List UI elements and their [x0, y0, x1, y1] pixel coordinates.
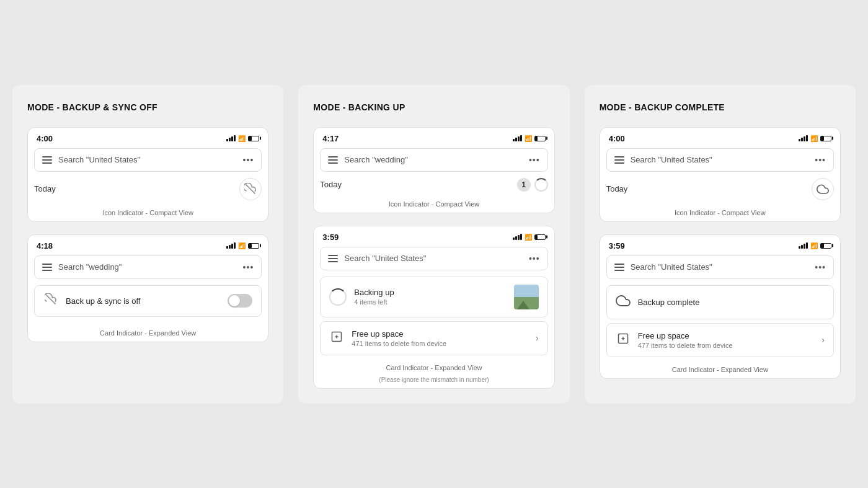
free-up-icon-3 — [616, 332, 631, 348]
status-icons-1-compact: 📶 — [226, 135, 259, 142]
badge-count: 1 — [517, 178, 531, 192]
search-bar-2-compact[interactable]: Search "wedding" ••• — [320, 148, 547, 172]
section-bar-1-compact: Today — [34, 178, 262, 200]
hamburger-icon-5 — [614, 156, 624, 164]
battery-icon-4 — [534, 234, 546, 240]
panel-3-compact-mockup: 4:00 📶 — [600, 127, 841, 222]
signal-icon-5 — [799, 135, 808, 141]
backing-up-sub: 4 items left — [354, 298, 506, 306]
signal-icon-6 — [799, 242, 808, 249]
backing-up-title: Backing up — [354, 288, 506, 297]
signal-icon-4 — [513, 234, 522, 240]
section-label-1-compact: Today — [34, 184, 56, 193]
more-dots-icon[interactable]: ••• — [243, 155, 254, 165]
backing-up-spinner — [329, 288, 347, 306]
search-text-2-compact: Search "wedding" — [344, 155, 523, 164]
status-bar-1-expanded: 4:18 📶 — [28, 235, 268, 255]
status-icons-1-expanded: 📶 — [226, 242, 259, 249]
backup-complete-cloud-icon — [616, 293, 631, 311]
cloud-off-indicator — [239, 178, 262, 200]
hamburger-icon-6 — [614, 264, 624, 271]
wifi-icon-4: 📶 — [525, 234, 532, 241]
wifi-icon: 📶 — [238, 135, 246, 142]
wifi-icon-6: 📶 — [810, 242, 818, 249]
caption-2-expanded: Card Indicator - Expanded View — [314, 362, 554, 376]
panel-2-expanded-mockup: 3:59 📶 — [313, 226, 554, 389]
search-text-1-expanded: Search "wedding" — [58, 262, 237, 272]
time-3-compact: 4:00 — [609, 134, 625, 143]
panel-2-title: MODE - BACKING UP — [313, 102, 554, 112]
more-dots-icon-4[interactable]: ••• — [529, 254, 540, 264]
section-label-2-compact: Today — [320, 180, 342, 189]
status-bar-2-compact: 4:17 📶 — [314, 128, 554, 148]
battery-icon-5 — [820, 136, 831, 141]
more-dots-icon-5[interactable]: ••• — [815, 155, 826, 165]
status-bar-1-compact: 4:00 📶 — [28, 128, 268, 148]
signal-icon — [226, 135, 236, 141]
time-2-expanded: 3:59 — [322, 233, 339, 242]
free-up-icon-2 — [329, 331, 344, 346]
free-up-title-3: Free up space — [638, 331, 815, 340]
free-up-card-2[interactable]: Free up space 471 items to delete from d… — [320, 321, 547, 355]
caption-1-expanded: Card Indicator - Expanded View — [28, 327, 268, 342]
hamburger-icon-4 — [328, 255, 338, 262]
battery-icon — [248, 136, 259, 141]
status-icons-2-compact: 📶 — [513, 135, 546, 142]
time-1-compact: 4:00 — [37, 134, 53, 143]
free-up-sub-3: 477 items to delete from device — [638, 342, 815, 349]
search-bar-2-expanded[interactable]: Search "United States" ••• — [320, 247, 547, 270]
battery-icon-6 — [820, 243, 831, 249]
time-1-expanded: 4:18 — [37, 241, 53, 251]
arrow-icon-2: › — [536, 333, 539, 343]
wifi-icon-2: 📶 — [238, 242, 246, 249]
search-bar-3-compact[interactable]: Search "United States" ••• — [606, 148, 834, 172]
time-2-compact: 4:17 — [322, 134, 339, 143]
wifi-icon-3: 📶 — [525, 135, 532, 142]
search-bar-1-expanded[interactable]: Search "wedding" ••• — [34, 255, 262, 279]
caption-1-compact: Icon Indicator - Compact View — [28, 206, 268, 221]
backup-toggle[interactable] — [228, 294, 252, 308]
search-text-2-expanded: Search "United States" — [344, 254, 523, 263]
section-label-3-compact: Today — [606, 184, 628, 193]
free-up-sub-2: 471 items to delete from device — [352, 340, 528, 347]
backup-complete-text: Backup complete — [638, 298, 825, 307]
hamburger-icon-3 — [328, 156, 338, 164]
caption-3-compact: Icon Indicator - Compact View — [600, 206, 840, 221]
backing-up-text: Backing up 4 items left — [354, 288, 506, 306]
status-icons-3-compact: 📶 — [799, 135, 831, 142]
search-bar-1-compact[interactable]: Search "United States" ••• — [34, 148, 262, 172]
more-dots-icon-6[interactable]: ••• — [815, 262, 826, 272]
hamburger-icon — [42, 156, 52, 164]
section-bar-2-compact: Today 1 — [320, 178, 547, 192]
free-up-text-3: Free up space 477 items to delete from d… — [638, 331, 815, 349]
wifi-icon-5: 📶 — [810, 135, 818, 142]
panel-3-title: MODE - BACKUP COMPLETE — [600, 102, 841, 112]
section-bar-3-compact: Today — [606, 178, 834, 200]
more-dots-icon-2[interactable]: ••• — [243, 262, 254, 272]
signal-icon-2 — [226, 242, 236, 249]
backup-sync-off-text: Back up & sync is off — [66, 296, 220, 306]
free-up-card-3[interactable]: Free up space 477 items to delete from d… — [606, 323, 834, 357]
search-text-3-compact: Search "United States" — [631, 155, 809, 164]
status-bar-3-expanded: 3:59 📶 — [600, 235, 840, 255]
caption-3-expanded: Card Indicator - Expanded View — [600, 363, 840, 378]
search-text-3-expanded: Search "United States" — [631, 262, 809, 272]
panel-backing-up: MODE - BACKING UP 4:17 📶 — [298, 85, 569, 404]
backing-up-thumbnail — [514, 285, 539, 309]
search-bar-3-expanded[interactable]: Search "United States" ••• — [606, 255, 834, 279]
signal-icon-3 — [513, 135, 522, 141]
panel-2-compact-mockup: 4:17 📶 — [313, 127, 554, 213]
panels-container: MODE - BACKUP & SYNC OFF 4:00 📶 — [12, 85, 856, 404]
panel-backup-sync-off: MODE - BACKUP & SYNC OFF 4:00 📶 — [12, 85, 283, 404]
badge-container: 1 — [517, 178, 548, 192]
backup-sync-off-label: Back up & sync is off — [66, 296, 220, 306]
backup-complete-card: Backup complete — [606, 285, 834, 319]
status-bar-2-expanded: 3:59 📶 — [314, 226, 554, 247]
battery-icon-2 — [248, 243, 259, 249]
panel-1-title: MODE - BACKUP & SYNC OFF — [27, 102, 268, 112]
cloud-complete-indicator — [812, 178, 834, 200]
backing-up-card: Backing up 4 items left — [320, 277, 547, 317]
more-dots-icon-3[interactable]: ••• — [529, 155, 540, 165]
status-icons-2-expanded: 📶 — [513, 234, 546, 241]
search-text-1-compact: Search "United States" — [58, 155, 237, 164]
